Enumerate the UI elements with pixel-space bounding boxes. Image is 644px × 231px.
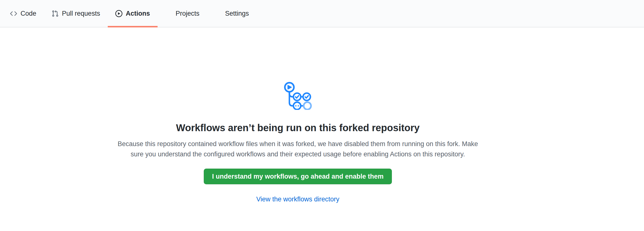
- tab-projects-label: Projects: [176, 10, 200, 17]
- tab-settings-label: Settings: [225, 10, 249, 17]
- project-board-icon: [165, 10, 172, 17]
- play-circle-icon: [115, 10, 122, 17]
- actions-disabled-blankslate: Workflows aren’t being run on this forke…: [0, 28, 596, 203]
- tab-pull-requests-label: Pull requests: [62, 10, 100, 17]
- code-icon: [10, 10, 17, 17]
- description-line-2: sure you understand the configured workf…: [118, 149, 478, 159]
- enable-workflows-button[interactable]: I understand my workflows, go ahead and …: [204, 169, 392, 184]
- tab-code[interactable]: Code: [2, 0, 44, 27]
- tab-actions-label: Actions: [126, 10, 150, 17]
- gear-icon: [214, 10, 222, 17]
- page-title: Workflows aren’t being run on this forke…: [176, 123, 420, 133]
- repo-tab-bar: Code Pull requests Actions Projects: [0, 0, 644, 28]
- tab-settings[interactable]: Settings: [207, 0, 256, 27]
- tab-projects[interactable]: Projects: [158, 0, 207, 27]
- view-workflows-directory-link[interactable]: View the workflows directory: [256, 195, 339, 203]
- workflow-graph-icon: [284, 81, 312, 110]
- blankslate-description: Because this repository contained workfl…: [118, 139, 478, 159]
- tab-code-label: Code: [20, 10, 36, 17]
- tab-actions[interactable]: Actions: [108, 0, 158, 27]
- git-pull-request-icon: [52, 10, 59, 17]
- tab-pull-requests[interactable]: Pull requests: [44, 0, 108, 27]
- description-line-1: Because this repository contained workfl…: [118, 139, 478, 149]
